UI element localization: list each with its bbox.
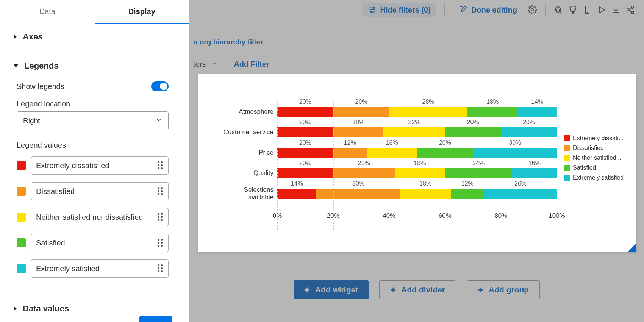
drag-handle-icon[interactable]: •••••• [157, 187, 164, 196]
bar-segment[interactable] [467, 107, 518, 117]
apply-button-stub[interactable] [139, 316, 172, 322]
bar-value-labels: 20%12%18%20%30% [277, 139, 557, 147]
axis-tick: 20% [327, 212, 340, 220]
bar-segment[interactable] [501, 127, 557, 137]
bar-segment[interactable] [277, 127, 333, 137]
bar-segment[interactable] [473, 148, 557, 158]
axis-tick: 40% [383, 212, 395, 220]
stats-search-icon[interactable] [554, 5, 563, 14]
bar-segment[interactable] [277, 168, 333, 178]
bar-value: 20% [417, 139, 473, 147]
bar-segment[interactable] [445, 168, 512, 178]
bar-segment[interactable] [277, 148, 333, 158]
bar-segment[interactable] [333, 168, 395, 178]
legend-label: Satisfied [573, 164, 596, 171]
add-widget-button[interactable]: + Add widget [294, 280, 369, 299]
chart-row: Quality [217, 168, 557, 178]
play-icon[interactable] [597, 5, 606, 14]
drag-handle-icon[interactable]: •••••• [157, 213, 164, 222]
bar-segment[interactable] [518, 107, 557, 117]
bar-value: 18% [467, 98, 518, 106]
legend-entry[interactable]: Extremely satisfied [564, 174, 629, 181]
add-group-button[interactable]: + Add group [467, 280, 540, 299]
color-swatch[interactable] [17, 264, 26, 273]
legend-location-select[interactable]: Right [17, 111, 169, 130]
chart-row: Price [217, 148, 557, 158]
legend-swatch [564, 165, 570, 171]
legend-value-input[interactable]: Extremely dissatisfied•••••• [31, 156, 169, 175]
drag-handle-icon[interactable]: •••••• [157, 238, 164, 247]
color-swatch[interactable] [17, 187, 26, 196]
org-hierarchy-link[interactable]: n org hierarchy filter [193, 38, 263, 46]
share-icon[interactable] [626, 5, 635, 14]
bar-segment[interactable] [383, 127, 445, 137]
legend-value-input[interactable]: Dissatisfied•••••• [31, 182, 169, 200]
bar-segment[interactable] [277, 107, 333, 117]
bar-segment[interactable] [451, 189, 485, 199]
legend-swatch [564, 135, 570, 141]
bar-value: 18% [333, 119, 384, 127]
legend-swatch [564, 155, 570, 161]
bar-segment[interactable] [417, 148, 473, 158]
lightbulb-icon[interactable] [568, 5, 577, 14]
sidebar-tabs: Data Display [0, 0, 189, 24]
plus-icon: + [390, 286, 396, 294]
bar-segment[interactable] [333, 107, 389, 117]
bar-segment[interactable] [389, 107, 467, 117]
bar-value: 12% [333, 139, 367, 147]
add-filter-button[interactable]: Add Filter [234, 60, 269, 69]
bar-segment[interactable] [333, 127, 384, 137]
tab-data[interactable]: Data [0, 0, 95, 24]
gear-icon[interactable] [528, 5, 537, 14]
bar-value: 18% [395, 160, 445, 167]
section-axes[interactable]: Axes [0, 24, 185, 46]
color-swatch[interactable] [17, 161, 26, 170]
legend-swatch [564, 175, 570, 181]
category-label: Price [217, 149, 277, 156]
chevron-down-icon [155, 117, 162, 125]
bar-segment[interactable] [333, 148, 367, 158]
legend-value-row: Extremely satisfied•••••• [17, 256, 169, 281]
chart-widget[interactable]: 20%20%28%18%14%Atmosphere20%18%22%20%20%… [198, 74, 636, 252]
sidebar-scroll[interactable]: Axes Legends Show legends Legend locatio… [0, 24, 185, 322]
mobile-icon[interactable] [583, 5, 592, 14]
filters-dropdown[interactable]: ters [193, 60, 217, 69]
tab-display[interactable]: Display [95, 0, 189, 24]
drag-handle-icon[interactable]: •••••• [157, 161, 164, 170]
legend-value-text: Extremely dissatisfied [36, 161, 109, 170]
bar-segment[interactable] [445, 127, 501, 137]
hide-filters-button[interactable]: Hide filters (0) [363, 3, 436, 17]
section-data-values[interactable]: Data values [0, 296, 185, 318]
bar-segment[interactable] [512, 168, 557, 178]
bar-segment[interactable] [367, 148, 417, 158]
drag-handle-icon[interactable]: •••••• [157, 264, 164, 273]
legend-entry[interactable]: Satisfied [564, 164, 629, 171]
bar-value-labels: 20%18%22%20%20% [277, 119, 557, 127]
color-swatch[interactable] [17, 238, 26, 247]
bar-segment[interactable] [316, 189, 400, 199]
chart-row: Atmosphere [217, 107, 557, 117]
done-editing-button[interactable]: Done editing [453, 3, 522, 17]
category-label: Quality [217, 169, 277, 177]
color-swatch[interactable] [17, 213, 26, 222]
resize-handle[interactable] [627, 243, 636, 252]
add-divider-button[interactable]: + Add divider [379, 280, 456, 299]
legend-entry[interactable]: Dissatisfied [564, 145, 629, 152]
legend-location-label: Legend location [17, 96, 169, 111]
legend-value-row: Satisfied•••••• [17, 230, 169, 256]
legend-value-input[interactable]: Neither satisfied nor dissatisfied•••••• [31, 208, 169, 226]
show-legends-toggle[interactable] [151, 81, 169, 91]
settings-sidebar: Data Display Axes Legends Show legends L… [0, 0, 189, 322]
bar-segment[interactable] [400, 189, 451, 199]
legend-value-input[interactable]: Extremely satisfied•••••• [31, 259, 169, 278]
chart-row: Selections available [217, 189, 557, 199]
bar-segment[interactable] [395, 168, 445, 178]
legend-value-input[interactable]: Satisfied•••••• [31, 234, 169, 252]
download-icon[interactable] [611, 5, 621, 14]
bar-segment[interactable] [277, 189, 316, 199]
section-legends[interactable]: Legends [0, 53, 185, 75]
bar-segment[interactable] [484, 189, 557, 199]
legend-entry[interactable]: Neither satisfied... [564, 155, 629, 161]
x-axis: 0%20%40%60%80%100% [277, 212, 557, 221]
legend-entry[interactable]: Extremely dissati... [564, 135, 629, 142]
